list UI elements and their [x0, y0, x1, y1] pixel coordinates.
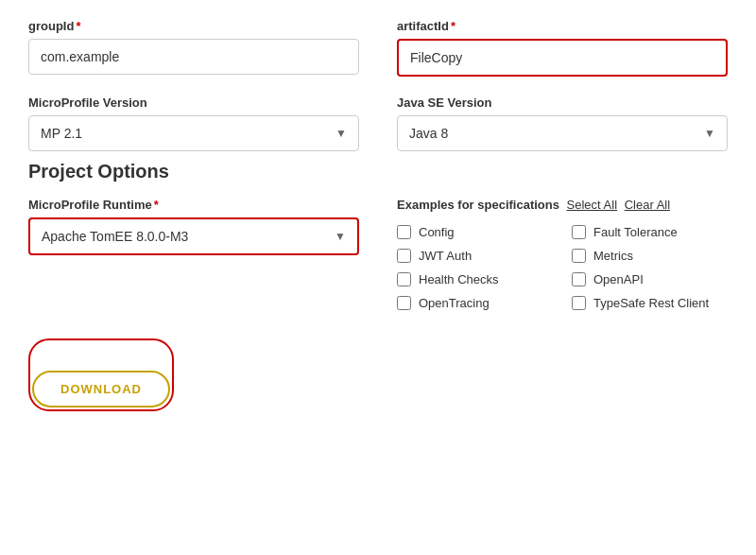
groupid-field: groupId*	[28, 19, 359, 77]
list-item: Metrics	[572, 249, 728, 263]
runtime-field: MicroProfile Runtime* Apache TomEE 8.0.0…	[28, 198, 359, 255]
microprofile-version-select[interactable]: MP 2.1 MP 3.0 MP 3.3 MP 4.0	[41, 126, 347, 141]
runtime-select-wrapper[interactable]: Apache TomEE 8.0.0-M3 Open Liberty Quark…	[28, 217, 359, 255]
download-button[interactable]: DOWNLOAD	[32, 371, 170, 408]
microprofile-version-field: MicroProfile Version MP 2.1 MP 3.0 MP 3.…	[28, 95, 359, 151]
list-item: Config	[397, 225, 553, 239]
list-item: JWT Auth	[397, 249, 553, 263]
fault-tolerance-label: Fault Tolerance	[593, 225, 678, 239]
artifactid-label: artifactId*	[397, 19, 728, 33]
health-checks-checkbox[interactable]	[397, 272, 411, 286]
fault-tolerance-checkbox[interactable]	[572, 225, 586, 239]
metrics-checkbox[interactable]	[572, 249, 586, 263]
health-checks-label: Health Checks	[419, 272, 499, 286]
list-item: OpenAPI	[572, 272, 728, 286]
specs-checkboxes: Config Fault Tolerance JWT Auth Metrics …	[397, 225, 728, 310]
openapi-label: OpenAPI	[593, 272, 644, 286]
java-se-version-label: Java SE Version	[397, 95, 728, 110]
artifactid-field: artifactId*	[397, 19, 728, 77]
artifactid-input[interactable]	[397, 39, 728, 77]
list-item: Health Checks	[397, 272, 553, 286]
microprofile-version-select-wrapper[interactable]: MP 2.1 MP 3.0 MP 3.3 MP 4.0 ▼	[28, 115, 359, 151]
groupid-label: groupId*	[28, 19, 359, 33]
specs-panel: Examples for specifications Select All C…	[397, 198, 728, 310]
opentracing-label: OpenTracing	[419, 296, 490, 310]
list-item: TypeSafe Rest Client	[572, 296, 728, 310]
clear-all-link[interactable]: Clear All	[625, 198, 670, 212]
microprofile-version-label: MicroProfile Version	[28, 95, 359, 110]
config-checkbox[interactable]	[397, 225, 411, 239]
list-item: Fault Tolerance	[572, 225, 728, 239]
runtime-select[interactable]: Apache TomEE 8.0.0-M3 Open Liberty Quark…	[42, 229, 346, 244]
section-title: Project Options	[28, 161, 728, 182]
config-label: Config	[419, 225, 455, 239]
java-se-version-select-wrapper[interactable]: Java 8 Java 11 Java 17 ▼	[397, 115, 728, 151]
typesafe-rest-client-checkbox[interactable]	[572, 296, 586, 310]
typesafe-rest-client-label: TypeSafe Rest Client	[593, 296, 709, 310]
opentracing-checkbox[interactable]	[397, 296, 411, 310]
select-all-link[interactable]: Select All	[567, 198, 617, 212]
java-se-version-field: Java SE Version Java 8 Java 11 Java 17 ▼	[397, 95, 728, 151]
runtime-label: MicroProfile Runtime*	[28, 198, 359, 212]
metrics-label: Metrics	[593, 249, 633, 263]
java-se-version-select[interactable]: Java 8 Java 11 Java 17	[409, 126, 715, 141]
list-item: OpenTracing	[397, 296, 553, 310]
specs-header: Examples for specifications Select All C…	[397, 198, 728, 212]
download-section: DOWNLOAD	[28, 338, 728, 411]
download-btn-border: DOWNLOAD	[28, 338, 174, 411]
jwt-auth-checkbox[interactable]	[397, 249, 411, 263]
groupid-input[interactable]	[28, 39, 359, 75]
openapi-checkbox[interactable]	[572, 272, 586, 286]
jwt-auth-label: JWT Auth	[419, 249, 472, 263]
